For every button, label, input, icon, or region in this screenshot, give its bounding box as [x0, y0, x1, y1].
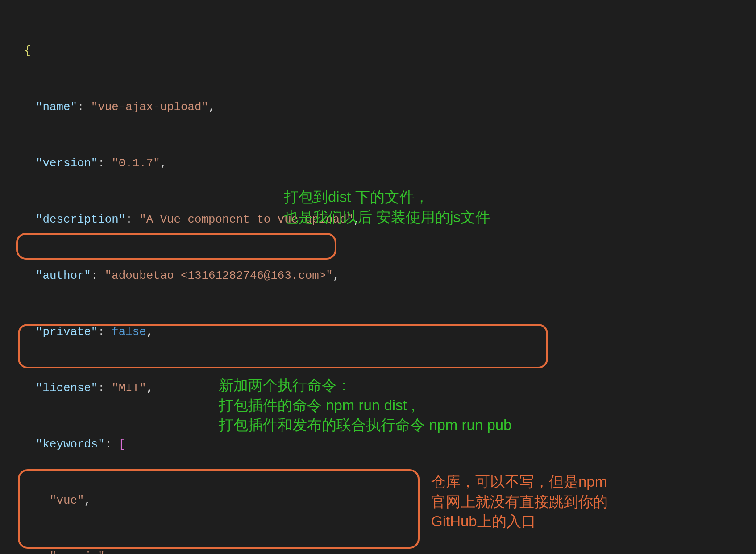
code-line: "vue.js",: [12, 548, 756, 554]
code-line: "name": "vue-ajax-upload",: [12, 98, 756, 117]
annotation-repository: 仓库，可以不写，但是npm 官网上就没有直接跳到你的 GitHub上的入口: [431, 472, 663, 532]
code-editor[interactable]: { "name": "vue-ajax-upload", "version": …: [0, 0, 756, 554]
code-line: "version": "0.1.7",: [12, 154, 756, 173]
code-line: "author": "adoubetao <13161282746@163.co…: [12, 267, 756, 285]
code-line: "keywords": [: [12, 435, 756, 454]
annotation-dist-file: 打包到dist 下的文件， 也是我们以后 安装使用的js文件: [284, 187, 561, 227]
code-line: {: [12, 42, 756, 61]
annotation-new-commands: 新加两个执行命令： 打包插件的命令 npm run dist , 打包插件和发布…: [219, 376, 576, 435]
code-line: "private": false,: [12, 323, 756, 342]
